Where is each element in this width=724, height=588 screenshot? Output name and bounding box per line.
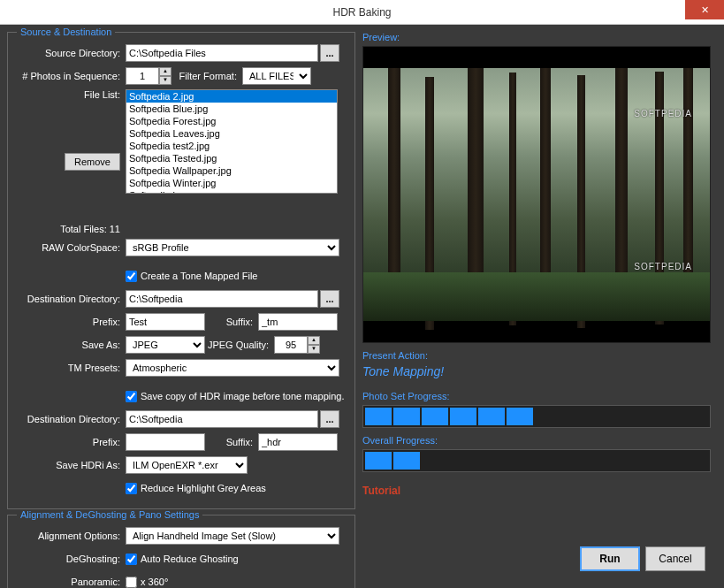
watermark: SOFTPEDIA: [634, 262, 692, 271]
reduce-hl-label: Reduce Highlight Grey Areas: [141, 483, 266, 493]
watermark: SOFTPEDIA: [634, 109, 692, 118]
tm-presets-label: TM Presets:: [15, 363, 126, 373]
overall-progress-label: Overall Progress:: [362, 435, 714, 446]
alignment-group: Alignment & DeGhosting & Pano Settings A…: [7, 515, 355, 588]
browse-dest2-button[interactable]: ...: [320, 410, 339, 428]
close-button[interactable]: ✕: [685, 0, 724, 19]
preview-image: SOFTPEDIA SOFTPEDIA: [362, 46, 711, 343]
browse-source-button[interactable]: ...: [320, 44, 339, 62]
remove-button[interactable]: Remove: [65, 153, 120, 171]
list-item[interactable]: Softpedia Blue.jpg: [126, 103, 337, 115]
suffix-input[interactable]: [258, 313, 338, 331]
list-item[interactable]: Softpedia.bmp: [126, 189, 337, 194]
filter-format-label: Filter Format:: [171, 71, 242, 81]
source-dir-label: Source Directory:: [15, 48, 126, 58]
reduce-hl-checkbox[interactable]: [126, 483, 137, 494]
raw-colorspace-select[interactable]: sRGB Profile: [126, 239, 339, 256]
create-tm-checkbox[interactable]: [126, 271, 137, 282]
spinner-up-icon[interactable]: ▲: [159, 67, 171, 76]
raw-colorspace-label: RAW ColorSpace:: [15, 242, 126, 253]
save-hdri-select[interactable]: ILM OpenEXR *.exr: [126, 456, 248, 474]
tm-presets-select[interactable]: Atmospheric: [126, 359, 339, 377]
window-title: HDR Baking: [332, 6, 391, 19]
align-options-label: Alignment Options:: [15, 531, 126, 541]
list-item[interactable]: Softpedia test2.jpg: [126, 140, 337, 152]
source-destination-group: Source & Destination Source Directory: .…: [7, 32, 355, 509]
group-title-source: Source & Destination: [17, 27, 115, 37]
save-as-label: Save As:: [15, 340, 126, 350]
file-list-label: File List:: [84, 89, 120, 100]
pano-label: Panoramic:: [15, 577, 126, 587]
photo-progress-label: Photo Set Progress:: [362, 391, 714, 401]
suffix2-label: Suffix:: [205, 437, 258, 447]
jpeg-q-spinner[interactable]: ▲ ▼: [274, 336, 320, 354]
pano-cb-label: x 360°: [141, 577, 168, 587]
photos-seq-input[interactable]: [126, 67, 159, 85]
close-icon: ✕: [701, 4, 709, 16]
prefix2-input[interactable]: [126, 433, 205, 451]
file-list[interactable]: Softpedia 2.jpg Softpedia Blue.jpg Softp…: [126, 89, 338, 194]
run-button[interactable]: Run: [580, 546, 640, 571]
save-hdri-label: Save HDRi As:: [15, 460, 126, 470]
pano-checkbox[interactable]: [126, 577, 137, 588]
filter-format-select[interactable]: ALL FILES: [242, 67, 311, 85]
photos-seq-spinner[interactable]: ▲ ▼: [126, 67, 171, 85]
deghost-checkbox[interactable]: [126, 554, 137, 565]
preview-label: Preview:: [362, 32, 714, 42]
list-item[interactable]: Softpedia Wallpaper.jpg: [126, 164, 337, 177]
dest-dir2-label: Destination Directory:: [15, 414, 126, 424]
spinner-down-icon[interactable]: ▼: [159, 76, 171, 85]
total-files-label: Total Files: 11: [60, 224, 120, 234]
list-item[interactable]: Softpedia Forest.jpg: [126, 115, 337, 127]
deghost-label: DeGhosting:: [15, 554, 126, 564]
source-dir-input[interactable]: [126, 44, 318, 62]
prefix-label: Prefix:: [15, 317, 126, 327]
group-title-align: Alignment & DeGhosting & Pano Settings: [17, 509, 202, 520]
tutorial-link[interactable]: Tutorial: [362, 485, 714, 497]
dest-dir2-input[interactable]: [126, 410, 318, 428]
photo-progress-bar: [362, 405, 711, 428]
present-action-label: Present Action:: [362, 350, 714, 361]
titlebar: HDR Baking ✕: [0, 0, 724, 25]
cancel-button[interactable]: Cancel: [645, 546, 705, 571]
prefix-input[interactable]: [126, 313, 205, 331]
save-copy-checkbox[interactable]: [126, 391, 137, 402]
align-options-select[interactable]: Align Handheld Image Set (Slow): [126, 527, 339, 545]
present-action-text: Tone Mapping!: [362, 364, 714, 378]
list-item[interactable]: Softpedia 2.jpg: [126, 90, 337, 103]
photos-seq-label: # Photos in Sequence:: [15, 71, 126, 81]
save-as-select[interactable]: JPEG: [126, 336, 205, 354]
list-item[interactable]: Softpedia Leaves.jpg: [126, 127, 337, 140]
suffix-label: Suffix:: [205, 317, 258, 327]
dest-dir-input[interactable]: [126, 290, 318, 308]
list-item[interactable]: Softpedia Tested.jpg: [126, 152, 337, 164]
create-tm-label: Create a Tone Mapped File: [141, 271, 258, 281]
list-item[interactable]: Softpedia Winter.jpg: [126, 177, 337, 189]
browse-dest-button[interactable]: ...: [320, 290, 339, 308]
jpeg-q-label: JPEG Quality:: [205, 340, 274, 350]
suffix2-input[interactable]: [258, 433, 338, 451]
save-copy-label: Save copy of HDR image before tone mappi…: [141, 391, 345, 401]
spinner-down-icon[interactable]: ▼: [308, 345, 320, 354]
dest-dir-label: Destination Directory:: [15, 294, 126, 304]
deghost-cb-label: Auto Reduce Ghosting: [141, 554, 239, 564]
jpeg-q-input[interactable]: [274, 336, 308, 354]
overall-progress-bar: [362, 449, 711, 472]
prefix2-label: Prefix:: [15, 437, 126, 447]
spinner-up-icon[interactable]: ▲: [308, 336, 320, 345]
